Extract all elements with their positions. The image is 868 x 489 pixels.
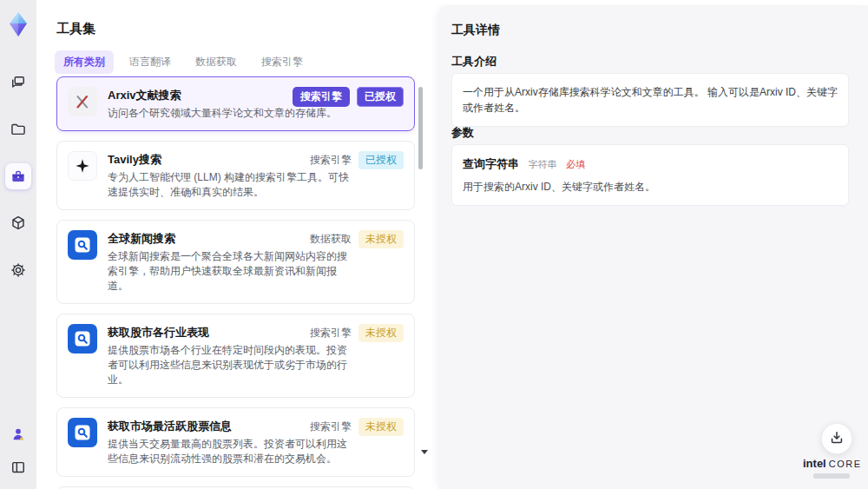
tool-badges: 搜索引擎 已授权: [293, 87, 404, 107]
tool-card[interactable]: 全球新闻搜索 全球新闻搜索是一个聚合全球各大新闻网站内容的搜索引擎，帮助用户快速…: [56, 220, 415, 304]
auth-status-badge: 未授权: [358, 230, 404, 248]
category-badge: 数据获取: [310, 232, 352, 247]
tool-badges: 搜索引擎 未授权: [310, 324, 404, 342]
parameter-type: 字符串: [528, 159, 556, 169]
user-icon[interactable]: [5, 421, 31, 447]
intel-core-logo: intelCORE: [803, 455, 860, 479]
core-wordmark: CORE: [829, 459, 862, 469]
folder-icon[interactable]: [5, 116, 31, 142]
intel-sub-mark: [813, 473, 850, 479]
auth-status-badge: 未授权: [358, 418, 404, 436]
tool-badges: 数据获取 未授权: [310, 230, 404, 248]
chat-icon[interactable]: [5, 69, 31, 96]
category-badge: 搜索引擎: [293, 87, 350, 107]
download-button[interactable]: [821, 423, 852, 454]
category-tab[interactable]: 数据获取: [187, 50, 246, 74]
sidebar-bottom: [0, 421, 36, 480]
page-title: 工具集: [56, 21, 95, 37]
collapse-panel-icon[interactable]: [5, 454, 31, 480]
tool-description: 专为人工智能代理 (LLM) 构建的搜索引擎工具。可快速提供实时、准确和真实的结…: [108, 170, 351, 200]
category-tab[interactable]: 语言翻译: [121, 50, 180, 74]
tool-description: 全球新闻搜索是一个聚合全球各大新闻网站内容的搜索引擎，帮助用户快速获取全球最新资…: [108, 249, 351, 294]
sidebar-nav: [0, 69, 36, 283]
scroll-down-caret[interactable]: [421, 450, 428, 454]
tool-list: Arxiv文献搜索 访问各个研究领域大量科学论文和文章的存储库。 搜索引擎 已授…: [56, 76, 415, 489]
sidebar: [0, 0, 36, 489]
category-tab[interactable]: 搜索引擎: [253, 50, 312, 74]
tool-icon: [68, 418, 97, 447]
tool-badges: 搜索引擎 未授权: [310, 418, 404, 436]
tool-description: 访问各个研究领域大量科学论文和文章的存储库。: [108, 106, 337, 121]
list-scrollbar[interactable]: [418, 76, 423, 489]
tool-details-panel: 工具详情 工具介绍 一个用于从Arxiv存储库搜索科学论文和文章的工具。 输入可…: [438, 5, 868, 489]
params-heading: 参数: [451, 125, 474, 141]
intro-text: 一个用于从Arxiv存储库搜索科学论文和文章的工具。 输入可以是Arxiv ID…: [463, 84, 838, 116]
auth-status-badge: 已授权: [358, 151, 404, 169]
auth-status-badge: 未授权: [358, 324, 404, 342]
intro-heading: 工具介绍: [451, 54, 496, 69]
details-title: 工具详情: [451, 23, 500, 38]
tool-card[interactable]: 获取市场最活跃股票信息 提供当天交易量最高的股票列表。投资者可以利用这些信息来识…: [56, 407, 415, 477]
parameter-item: 查询字符串 字符串 必填 用于搜索的Arxiv ID、关键字或作者姓名。: [451, 144, 849, 206]
settings-gear-icon[interactable]: [5, 257, 31, 283]
tool-icon: [68, 151, 97, 181]
tool-badges: 搜索引擎 已授权: [310, 151, 404, 169]
parameter-description: 用于搜索的Arxiv ID、关键字或作者姓名。: [463, 180, 838, 195]
tool-card[interactable]: Tavily搜索 专为人工智能代理 (LLM) 构建的搜索引擎工具。可快速提供实…: [56, 141, 415, 210]
parameter-name-row: 查询字符串 字符串 必填: [463, 155, 838, 172]
tool-description: 提供股票市场各个行业在特定时间段内的表现。投资者可以利用这些信息来识别表现优于或…: [108, 343, 351, 387]
tool-card[interactable]: Arxiv文献搜索 访问各个研究领域大量科学论文和文章的存储库。 搜索引擎 已授…: [56, 76, 415, 131]
toolbox-icon[interactable]: [5, 163, 31, 189]
tool-card[interactable]: 获取股市各行业表现 提供股票市场各个行业在特定时间段内的表现。投资者可以利用这些…: [56, 314, 415, 398]
category-badge: 搜索引擎: [310, 326, 352, 340]
intro-box: 一个用于从Arxiv存储库搜索科学论文和文章的工具。 输入可以是Arxiv ID…: [451, 73, 849, 127]
auth-status-badge: 已授权: [357, 87, 404, 107]
category-badge: 搜索引擎: [310, 153, 352, 168]
parameter-name: 查询字符串: [463, 157, 519, 170]
tools-panel: 工具集 所有类别语言翻译数据获取搜索引擎 Arxiv文献搜索 访问各个研究领域大…: [36, 0, 434, 489]
download-icon: [828, 429, 845, 449]
tool-icon: [68, 324, 97, 354]
category-tab[interactable]: 所有类别: [55, 50, 114, 74]
tool-description: 提供当天交易量最高的股票列表。投资者可以利用这些信息来识别流动性强的股票和潜在的…: [108, 437, 351, 466]
category-badge: 搜索引擎: [310, 420, 352, 434]
category-tabs: 所有类别语言翻译数据获取搜索引擎: [55, 50, 312, 74]
scrollbar-thumb[interactable]: [418, 87, 423, 169]
tool-icon: [68, 230, 97, 260]
app-logo: [6, 10, 30, 38]
intel-wordmark: intel: [803, 457, 826, 470]
cube-icon[interactable]: [5, 210, 31, 236]
required-badge: 必填: [566, 159, 585, 169]
tool-icon: [68, 87, 97, 116]
